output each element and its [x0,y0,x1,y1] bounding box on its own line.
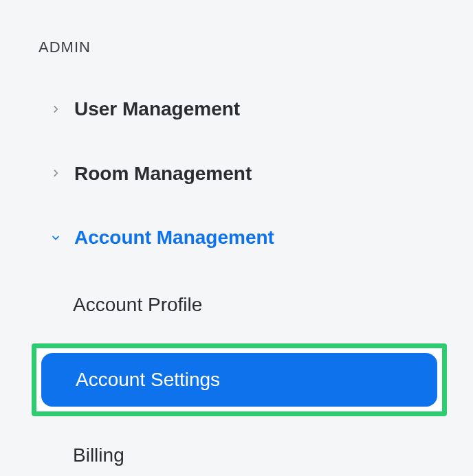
subnav-item-account-settings[interactable]: Account Settings [41,353,437,407]
nav-item-room-management[interactable]: Room Management [38,162,440,185]
chevron-down-icon [50,231,62,244]
nav-label: Account Management [74,226,274,249]
chevron-right-icon [50,103,62,115]
subnav-item-billing[interactable]: Billing [38,430,440,476]
subnav-account-management: Account Profile Account Settings Billing [38,280,440,476]
subnav-item-account-profile[interactable]: Account Profile [38,280,440,330]
subnav-label: Account Settings [76,368,220,392]
nav-label: User Management [74,98,240,121]
nav-label: Room Management [74,162,252,185]
chevron-right-icon [50,167,62,179]
subnav-label: Billing [73,444,124,467]
admin-section-header: ADMIN [38,38,440,56]
subnav-label: Account Profile [73,293,202,317]
nav-item-user-management[interactable]: User Management [38,98,440,121]
nav-item-account-management[interactable]: Account Management [38,226,440,249]
highlight-frame: Account Settings [32,343,447,416]
